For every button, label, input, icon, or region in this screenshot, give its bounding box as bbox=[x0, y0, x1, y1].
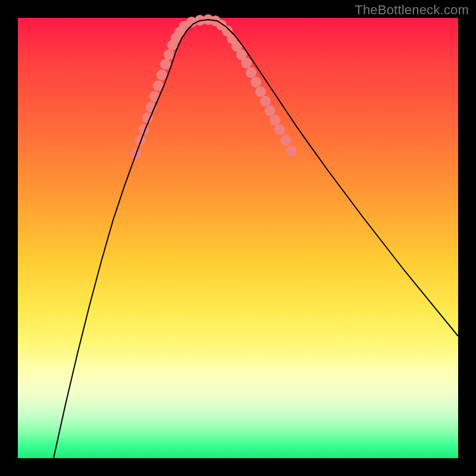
bead bbox=[286, 146, 297, 156]
watermark-text: TheBottleneck.com bbox=[355, 2, 469, 18]
bead bbox=[274, 124, 285, 135]
bead bbox=[260, 96, 271, 107]
bead bbox=[164, 49, 174, 60]
bead bbox=[160, 59, 171, 70]
highlight-beads bbox=[130, 14, 297, 159]
bead bbox=[280, 135, 291, 146]
bead bbox=[265, 105, 275, 116]
plot-area bbox=[18, 18, 458, 458]
bead bbox=[241, 58, 252, 68]
bead bbox=[255, 86, 266, 97]
bead bbox=[246, 67, 256, 78]
chart-svg bbox=[18, 18, 458, 458]
bead bbox=[250, 77, 261, 87]
bead bbox=[156, 70, 167, 80]
bead bbox=[149, 91, 160, 102]
outer-frame: TheBottleneck.com bbox=[0, 0, 476, 476]
bead bbox=[135, 135, 146, 146]
bead bbox=[270, 115, 280, 126]
